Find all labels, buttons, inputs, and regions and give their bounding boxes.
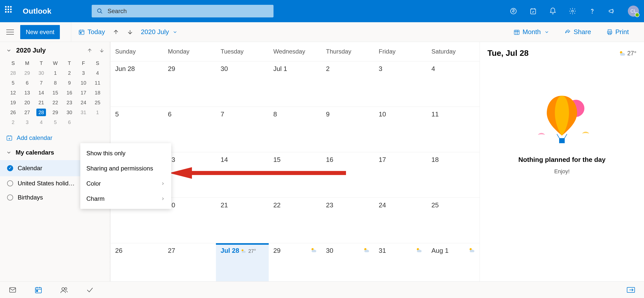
collapse-panel-icon[interactable] <box>627 287 635 293</box>
mini-day[interactable]: 1 <box>48 68 62 78</box>
mini-day[interactable]: 6 <box>20 78 34 88</box>
mini-day[interactable]: 4 <box>34 117 48 127</box>
calendar-cell[interactable]: 8 <box>269 107 321 152</box>
settings-icon[interactable] <box>569 7 576 15</box>
mini-day[interactable]: 3 <box>77 68 91 78</box>
mini-day[interactable]: 9 <box>62 78 77 88</box>
skype-icon[interactable] <box>510 7 517 15</box>
mini-day[interactable]: 18 <box>90 88 105 98</box>
mini-day[interactable]: 20 <box>20 98 34 108</box>
calendar-cell[interactable]: Jul 1 <box>269 61 321 107</box>
calendar-cell[interactable]: Jun 28 <box>111 61 163 107</box>
today-button[interactable]: Today <box>78 28 105 36</box>
share-button[interactable]: Share <box>564 28 591 36</box>
mini-next-icon[interactable] <box>99 48 105 53</box>
add-calendar-button[interactable]: Add calendar <box>0 131 111 145</box>
calendar-cell[interactable]: 4 <box>427 61 480 107</box>
calendar-cell[interactable]: 30 <box>216 61 269 107</box>
calendar-cell[interactable]: 6 <box>163 107 216 152</box>
menu-toggle-icon[interactable] <box>0 29 20 35</box>
calendar-cell[interactable]: 9 <box>321 107 374 152</box>
calendar-cell[interactable]: 17 <box>374 152 427 197</box>
calendar-cell[interactable]: 20 <box>163 198 216 243</box>
mini-day[interactable]: 17 <box>77 88 91 98</box>
calendar-cell[interactable]: 24 <box>374 198 427 243</box>
calendar-cell[interactable]: 2 <box>321 61 374 107</box>
mini-day[interactable]: 19 <box>6 98 20 108</box>
calendar-checkbox[interactable] <box>7 194 13 201</box>
calendar-icon[interactable] <box>34 286 42 294</box>
mini-day[interactable]: 21 <box>34 98 48 108</box>
mini-day[interactable] <box>77 117 91 127</box>
help-icon[interactable] <box>588 7 596 15</box>
mini-day[interactable]: 28 <box>6 68 20 78</box>
prev-arrow-icon[interactable] <box>113 29 119 35</box>
mini-day[interactable]: 25 <box>90 98 105 108</box>
notifications-icon[interactable] <box>549 7 557 15</box>
calendar-cell[interactable]: 23 <box>321 198 374 243</box>
mini-day[interactable]: 13 <box>20 88 34 98</box>
mini-day[interactable]: 27 <box>20 108 34 117</box>
annotation-arrow <box>169 167 346 179</box>
mini-day[interactable]: 30 <box>34 68 48 78</box>
print-button[interactable]: Print <box>606 28 629 36</box>
mini-day[interactable]: 22 <box>48 98 62 108</box>
todo-icon[interactable] <box>86 286 94 294</box>
calendar-cell[interactable]: 7 <box>216 107 269 152</box>
context-menu-item[interactable]: Color <box>80 176 171 191</box>
avatar[interactable]: CL <box>628 6 639 17</box>
calendar-cell[interactable]: 11 <box>427 107 480 152</box>
mini-day[interactable]: 5 <box>6 78 20 88</box>
mini-day[interactable]: 8 <box>48 78 62 88</box>
period-selector[interactable]: 2020 July <box>141 28 178 36</box>
tasks-icon[interactable] <box>529 7 537 15</box>
calendar-cell[interactable]: 22 <box>269 198 321 243</box>
mini-prev-icon[interactable] <box>87 48 92 53</box>
mini-day[interactable]: 10 <box>77 78 91 88</box>
view-selector[interactable]: Month <box>513 28 549 36</box>
mini-day[interactable] <box>90 117 105 127</box>
search-input[interactable] <box>108 8 269 15</box>
mini-day[interactable]: 31 <box>77 108 91 117</box>
calendar-checkbox[interactable] <box>7 165 13 171</box>
mini-day[interactable]: 15 <box>48 88 62 98</box>
mini-day[interactable]: 29 <box>48 108 62 117</box>
context-menu-item[interactable]: Charm <box>80 191 171 206</box>
mini-day[interactable]: 14 <box>34 88 48 98</box>
next-arrow-icon[interactable] <box>127 29 133 35</box>
chevron-down-icon[interactable] <box>6 48 12 53</box>
app-launcher-icon[interactable] <box>5 6 15 16</box>
period-label: 2020 July <box>141 28 169 36</box>
mini-day[interactable]: 4 <box>90 68 105 78</box>
mini-day[interactable]: 30 <box>62 108 77 117</box>
calendar-cell[interactable]: 18 <box>427 152 480 197</box>
mini-day[interactable]: 2 <box>62 68 77 78</box>
mini-day[interactable]: 1 <box>90 108 105 117</box>
search-box[interactable] <box>92 5 274 17</box>
mini-day[interactable]: 23 <box>62 98 77 108</box>
mail-icon[interactable] <box>9 286 17 294</box>
mini-day[interactable]: 2 <box>6 117 20 127</box>
new-event-button[interactable]: New event <box>20 25 60 39</box>
calendar-checkbox[interactable] <box>7 180 13 186</box>
mini-day[interactable]: 11 <box>90 78 105 88</box>
mini-day[interactable]: 12 <box>6 88 20 98</box>
mini-day[interactable]: 16 <box>62 88 77 98</box>
mini-day[interactable]: 5 <box>48 117 62 127</box>
mini-day[interactable]: 3 <box>20 117 34 127</box>
calendar-cell[interactable]: 21 <box>216 198 269 243</box>
context-menu-item[interactable]: Sharing and permissions <box>80 161 171 176</box>
mini-day[interactable]: 6 <box>62 117 77 127</box>
mini-day[interactable]: 7 <box>34 78 48 88</box>
calendar-cell[interactable]: 3 <box>374 61 427 107</box>
context-menu-item[interactable]: Show this only <box>80 146 171 161</box>
calendar-cell[interactable]: 10 <box>374 107 427 152</box>
mini-day[interactable]: 28 <box>34 108 48 117</box>
mini-day[interactable]: 26 <box>6 108 20 117</box>
mini-day[interactable]: 24 <box>77 98 91 108</box>
mini-day[interactable]: 29 <box>20 68 34 78</box>
megaphone-icon[interactable] <box>608 7 616 15</box>
calendar-cell[interactable]: 25 <box>427 198 480 243</box>
people-icon[interactable] <box>60 286 68 294</box>
calendar-cell[interactable]: 29 <box>163 61 216 107</box>
